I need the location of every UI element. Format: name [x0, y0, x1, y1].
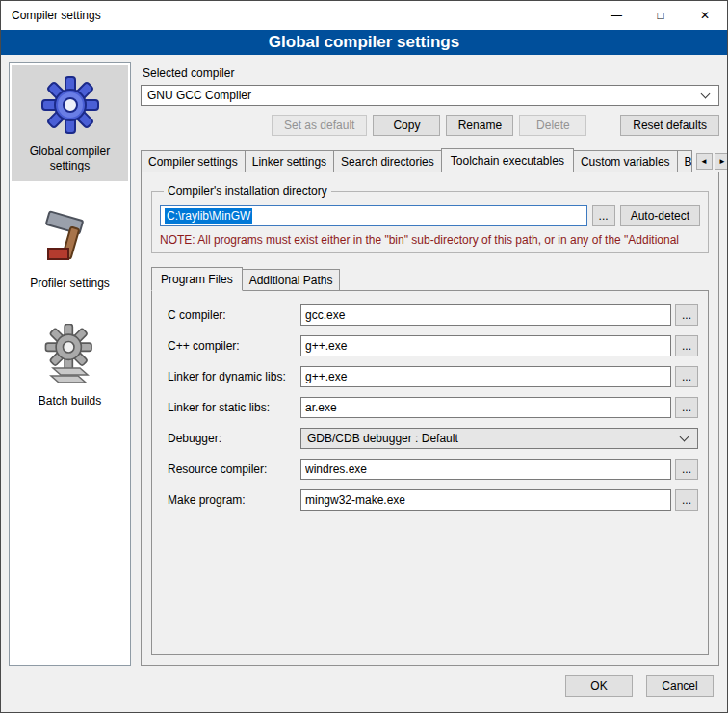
sidebar-item-global-compiler-settings[interactable]: Global compiler settings	[12, 65, 128, 181]
cpp-compiler-label: C++ compiler:	[168, 339, 300, 353]
sidebar-item-label: Profiler settings	[30, 277, 110, 291]
minimize-icon[interactable]: —	[594, 1, 638, 30]
sidebar-item-label: Global compiler settings	[13, 145, 126, 173]
tab-linker-settings[interactable]: Linker settings	[245, 150, 334, 172]
window-controls: — □ ✕	[594, 1, 727, 30]
subtab-program-files[interactable]: Program Files	[151, 267, 243, 291]
dialog-header: Global compiler settings	[1, 30, 727, 55]
form-row-cpp-compiler: C++ compiler: ...	[168, 335, 698, 356]
window-title: Compiler settings	[1, 9, 594, 22]
make-program-browse-button[interactable]: ...	[675, 489, 698, 511]
tab-scroll-left-icon[interactable]: ◄	[696, 153, 713, 170]
tab-search-directories[interactable]: Search directories	[333, 150, 442, 172]
maximize-icon[interactable]: □	[638, 1, 683, 30]
install-dir-group-title: Compiler's installation directory	[164, 184, 331, 198]
form-row-c-compiler: C compiler: ...	[168, 304, 698, 326]
delete-button[interactable]: Delete	[519, 115, 586, 136]
tab-custom-variables[interactable]: Custom variables	[573, 150, 678, 172]
tab-strip: Compiler settings Linker settings Search…	[141, 148, 719, 172]
install-dir-note: NOTE: All programs must exist either in …	[160, 233, 700, 247]
dynamic-linker-browse-button[interactable]: ...	[675, 366, 698, 387]
install-dir-input[interactable]: C:\raylib\MinGW	[160, 205, 587, 226]
subtab-strip: Program Files Additional Paths	[151, 267, 709, 291]
form-row-dynamic-linker: Linker for dynamic libs: ...	[168, 366, 698, 387]
dialog-header-title: Global compiler settings	[269, 33, 459, 52]
tab-toolchain-executables[interactable]: Toolchain executables	[441, 148, 574, 172]
install-dir-selected-text: C:\raylib\MinGW	[165, 208, 252, 224]
selected-compiler-label: Selected compiler	[143, 66, 719, 80]
chevron-down-icon	[680, 433, 689, 442]
subtab-additional-paths[interactable]: Additional Paths	[242, 269, 341, 290]
sidebar-item-batch-builds[interactable]: Batch builds	[12, 314, 128, 416]
rename-button[interactable]: Rename	[446, 115, 513, 136]
hammer-icon	[39, 206, 101, 268]
debugger-select-value: GDB/CDB debugger : Default	[307, 432, 675, 445]
static-linker-label: Linker for static libs:	[168, 401, 300, 414]
dynamic-linker-label: Linker for dynamic libs:	[168, 370, 300, 383]
toolchain-executables-page: Compiler's installation directory C:\ray…	[141, 172, 719, 666]
install-dir-browse-button[interactable]: ...	[592, 205, 615, 226]
compiler-select[interactable]: GNU GCC Compiler	[141, 85, 719, 106]
sidebar-item-label: Batch builds	[39, 394, 101, 409]
tab-compiler-settings[interactable]: Compiler settings	[141, 150, 246, 172]
static-linker-input[interactable]	[300, 397, 671, 418]
compiler-settings-window: Compiler settings — □ ✕ Global compiler …	[0, 0, 728, 713]
tab-build-options-truncated[interactable]: Buil	[677, 150, 692, 172]
c-compiler-browse-button[interactable]: ...	[675, 304, 698, 326]
gear-blue-icon	[39, 74, 101, 136]
install-dir-row: C:\raylib\MinGW ... Auto-detect	[160, 205, 700, 226]
copy-button[interactable]: Copy	[373, 115, 440, 136]
make-program-input[interactable]	[300, 489, 671, 511]
cpp-compiler-browse-button[interactable]: ...	[675, 335, 698, 356]
program-files-page: C compiler: ... C++ compiler: ... Linker…	[151, 291, 709, 655]
ok-button[interactable]: OK	[565, 675, 633, 697]
sidebar-item-profiler-settings[interactable]: Profiler settings	[12, 197, 128, 299]
compiler-actions: Set as default Copy Rename Delete Reset …	[141, 115, 719, 136]
titlebar: Compiler settings — □ ✕	[1, 1, 727, 30]
dynamic-linker-input[interactable]	[300, 366, 671, 387]
form-row-debugger: Debugger: GDB/CDB debugger : Default	[168, 428, 698, 449]
tab-scroll-right-icon[interactable]: ►	[715, 153, 728, 170]
close-icon[interactable]: ✕	[683, 1, 727, 30]
gear-stack-gray-icon	[39, 324, 101, 385]
sidebar: Global compiler settings Profiler settin…	[9, 62, 131, 666]
cancel-button[interactable]: Cancel	[646, 675, 714, 697]
cpp-compiler-input[interactable]	[300, 335, 671, 356]
main-panel: Selected compiler GNU GCC Compiler Set a…	[141, 62, 719, 666]
tab-scroll-controls: ◄ ►	[692, 153, 728, 172]
form-row-make-program: Make program: ...	[168, 489, 698, 511]
c-compiler-input[interactable]	[300, 304, 671, 326]
set-as-default-button[interactable]: Set as default	[272, 115, 367, 136]
make-program-label: Make program:	[168, 493, 300, 507]
static-linker-browse-button[interactable]: ...	[675, 397, 698, 418]
c-compiler-label: C compiler:	[168, 308, 300, 322]
resource-compiler-input[interactable]	[300, 459, 671, 480]
dialog-body: Global compiler settings Profiler settin…	[1, 55, 727, 670]
install-dir-group: Compiler's installation directory C:\ray…	[151, 184, 709, 253]
debugger-select[interactable]: GDB/CDB debugger : Default	[300, 428, 698, 449]
compiler-select-value: GNU GCC Compiler	[147, 89, 696, 102]
dialog-footer: OK Cancel	[1, 670, 727, 712]
debugger-label: Debugger:	[168, 432, 300, 445]
resource-compiler-browse-button[interactable]: ...	[675, 459, 698, 480]
resource-compiler-label: Resource compiler:	[168, 462, 300, 476]
chevron-down-icon	[701, 90, 711, 99]
auto-detect-button[interactable]: Auto-detect	[620, 205, 700, 226]
form-row-resource-compiler: Resource compiler: ...	[168, 459, 698, 480]
reset-defaults-button[interactable]: Reset defaults	[620, 115, 719, 136]
form-row-static-linker: Linker for static libs: ...	[168, 397, 698, 418]
